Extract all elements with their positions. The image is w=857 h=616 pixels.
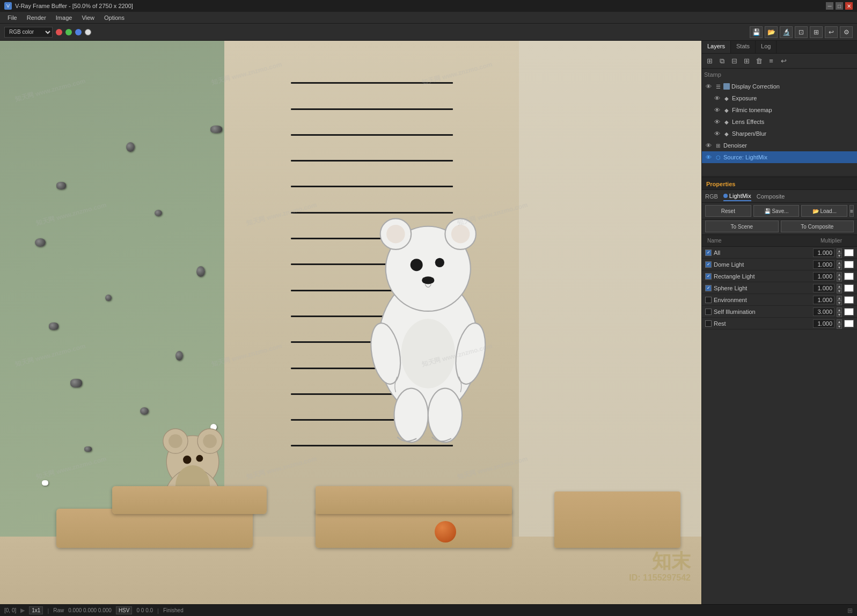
checkbox-selfillum[interactable]	[705, 309, 712, 315]
status-expand-icon[interactable]: ⊞	[847, 607, 853, 614]
prop-tab-rgb[interactable]: RGB	[705, 192, 718, 201]
reset-button[interactable]: Reset	[705, 205, 751, 217]
layer-type-icon-lens: ◆	[723, 118, 730, 126]
lm-value-selfillum[interactable]	[813, 307, 834, 316]
prop-tab-composite[interactable]: Composite	[757, 192, 785, 201]
tab-log[interactable]: Log	[756, 41, 777, 53]
to-composite-button[interactable]: To Composite	[781, 221, 854, 232]
lm-color-selfillum[interactable]	[844, 308, 854, 316]
menu-file[interactable]: File	[3, 13, 21, 22]
load-image-button[interactable]: 📂	[765, 26, 778, 38]
lm-step-up-selfillum[interactable]: ▲	[837, 307, 842, 312]
lm-value-all[interactable]	[813, 248, 834, 257]
crop-button[interactable]: ⊡	[795, 26, 808, 38]
eye-icon-exposure[interactable]: 👁	[713, 94, 721, 102]
checkbox-sphere[interactable]	[705, 285, 712, 291]
lm-step-down-env[interactable]: ▼	[837, 300, 842, 305]
eye-icon-filmic[interactable]: 👁	[713, 106, 721, 114]
lm-step-up-env[interactable]: ▲	[837, 296, 842, 300]
layer-source-lightmix[interactable]: 👁 ⬡ Source: LightMix	[702, 151, 857, 163]
layer-name-exposure: Exposure	[732, 95, 855, 101]
undo-layer-button[interactable]: ↩	[778, 56, 789, 67]
menu-view[interactable]: View	[77, 13, 99, 22]
lm-color-dome[interactable]	[844, 261, 854, 268]
checkbox-all[interactable]	[705, 250, 712, 256]
lm-step-down-sphere[interactable]: ▼	[837, 289, 842, 294]
checkbox-rest[interactable]	[705, 320, 712, 327]
load-lightmix-button[interactable]: 📂 Load...	[801, 205, 847, 217]
red-channel-dot[interactable]	[56, 29, 62, 35]
list-options-button[interactable]: ≡	[849, 205, 854, 217]
duplicate-layer-button[interactable]: ⧉	[716, 56, 727, 67]
sort-layers-button[interactable]: ≡	[766, 56, 777, 67]
green-channel-dot[interactable]	[65, 29, 72, 35]
lm-value-env[interactable]	[813, 296, 834, 304]
tab-stats[interactable]: Stats	[731, 41, 756, 53]
tab-layers[interactable]: Layers	[702, 41, 731, 53]
title-bar-left: V V-Ray Frame Buffer - [50.0% of 2750 x …	[4, 2, 133, 10]
maximize-button[interactable]: □	[836, 2, 843, 10]
lm-step-down-rect[interactable]: ▼	[837, 277, 842, 282]
render-viewport[interactable]: 知天网 www.znzmo.com 知天网 www.znzmo.com 知天网 …	[0, 41, 701, 604]
lm-step-up-rest[interactable]: ▲	[837, 319, 842, 324]
blue-channel-dot[interactable]	[75, 29, 82, 35]
status-mode[interactable]: HSV	[116, 606, 133, 614]
white-channel-dot[interactable]	[85, 29, 91, 35]
prop-tab-lightmix[interactable]: LightMix	[723, 192, 751, 201]
lm-color-sphere[interactable]	[844, 284, 854, 292]
group-layers-button[interactable]: ⊟	[729, 56, 739, 67]
settings-button[interactable]: ⚙	[840, 26, 853, 38]
layer-filmic-tonemap[interactable]: 👁 ◆ Filmic tonemap	[710, 104, 857, 116]
eye-icon-sharpen[interactable]: 👁	[713, 129, 721, 138]
render-region-button[interactable]: ⊞	[810, 26, 823, 38]
layer-denoiser[interactable]: 👁 ⊞ Denoiser	[702, 140, 857, 151]
layer-sharpen-blur[interactable]: 👁 ◆ Sharpen/Blur	[710, 128, 857, 140]
right-panel: Layers Stats Log ⊞ ⧉ ⊟ ⊞ 🗑 ≡ ↩ Stamp 👁 ☰	[701, 41, 857, 604]
status-zoom[interactable]: 1x1	[29, 606, 43, 614]
layer-lens-effects[interactable]: 👁 ◆ Lens Effects	[710, 116, 857, 128]
undo-button[interactable]: ↩	[825, 26, 838, 38]
eye-icon-lightmix[interactable]: 👁	[704, 153, 713, 162]
menu-image[interactable]: Image	[52, 13, 77, 22]
merge-layers-button[interactable]: ⊞	[741, 56, 752, 67]
layer-exposure[interactable]: 👁 ◆ Exposure	[710, 92, 857, 104]
lm-step-up-all[interactable]: ▲	[837, 248, 842, 253]
hold-8	[49, 322, 58, 330]
to-scene-button[interactable]: To Scene	[705, 221, 779, 232]
lm-step-down-dome[interactable]: ▼	[837, 265, 842, 270]
lm-color-env[interactable]	[844, 296, 854, 304]
lm-step-up-dome[interactable]: ▲	[837, 260, 842, 265]
lm-value-rest[interactable]	[813, 319, 834, 328]
minimize-button[interactable]: ─	[826, 2, 833, 10]
lm-step-down-selfillum[interactable]: ▼	[837, 312, 842, 317]
color-mode-select[interactable]: RGB color Alpha Luminance	[4, 27, 53, 38]
color-picker-button[interactable]: 🔬	[780, 26, 793, 38]
lm-step-up-rect[interactable]: ▲	[837, 272, 842, 277]
lm-step-up-sphere[interactable]: ▲	[837, 284, 842, 289]
close-button[interactable]: ✕	[845, 2, 853, 10]
checkbox-env[interactable]	[705, 297, 712, 303]
checkbox-dome[interactable]	[705, 261, 712, 268]
lm-value-dome[interactable]	[813, 260, 834, 269]
lm-step-down-all[interactable]: ▼	[837, 253, 842, 258]
lm-color-rect[interactable]	[844, 273, 854, 280]
lm-value-rect[interactable]	[813, 272, 834, 281]
layer-type-icon-exposure: ◆	[723, 94, 730, 102]
lm-step-down-rest[interactable]: ▼	[837, 324, 842, 329]
eye-icon-display-correction[interactable]: 👁	[704, 82, 713, 91]
layer-display-correction[interactable]: 👁 ☰ Display Correction	[702, 80, 857, 92]
save-lightmix-button[interactable]: 💾 Save...	[753, 205, 800, 217]
save-image-button[interactable]: 💾	[750, 26, 763, 38]
svg-point-3	[386, 224, 405, 243]
checkbox-rect[interactable]	[705, 273, 712, 280]
lm-value-sphere[interactable]	[813, 284, 834, 292]
eye-icon-lens[interactable]: 👁	[713, 118, 721, 126]
menu-render[interactable]: Render	[23, 13, 50, 22]
menu-options[interactable]: Options	[100, 13, 129, 22]
delete-layer-button[interactable]: 🗑	[753, 56, 764, 67]
new-layer-button[interactable]: ⊞	[704, 56, 715, 67]
eye-icon-denoiser[interactable]: 👁	[704, 141, 713, 150]
lm-color-all[interactable]	[844, 249, 854, 256]
lm-color-rest[interactable]	[844, 320, 854, 327]
window-controls[interactable]: ─ □ ✕	[826, 2, 853, 10]
